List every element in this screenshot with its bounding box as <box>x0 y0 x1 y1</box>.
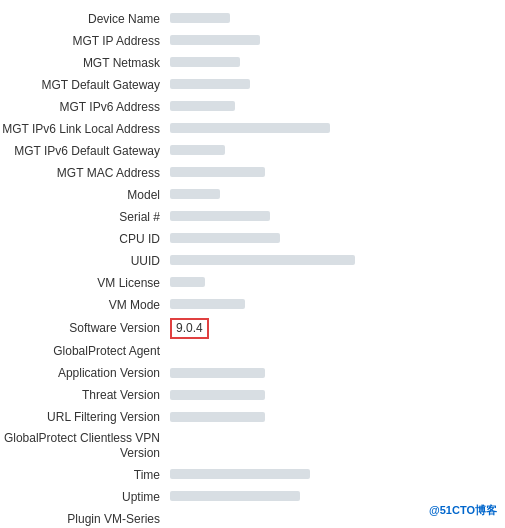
row-value <box>170 188 505 202</box>
placeholder-value <box>170 167 265 177</box>
table-row: UUID <box>0 250 505 272</box>
row-value <box>170 122 505 136</box>
table-row: Device Name <box>0 8 505 30</box>
table-row: Software Version9.0.4 <box>0 316 505 341</box>
placeholder-value <box>170 57 240 67</box>
row-label: MGT IP Address <box>0 33 170 50</box>
row-label: VM Mode <box>0 297 170 314</box>
row-label: UUID <box>0 253 170 270</box>
table-row: GlobalProtect Agent <box>0 341 505 363</box>
table-row: MGT MAC Address <box>0 162 505 184</box>
table-row: VM License <box>0 272 505 294</box>
row-value <box>170 411 505 425</box>
table-row: Model <box>0 184 505 206</box>
row-label: Model <box>0 187 170 204</box>
placeholder-value <box>170 35 260 45</box>
table-row: GlobalProtect Clientless VPNVersion <box>0 429 505 464</box>
row-label: MGT IPv6 Address <box>0 99 170 116</box>
row-label: MGT MAC Address <box>0 165 170 182</box>
row-value: 9.0.4 <box>170 318 505 339</box>
placeholder-value <box>170 299 245 309</box>
placeholder-value <box>170 390 265 400</box>
row-label: MGT IPv6 Link Local Address <box>0 121 170 138</box>
table-row: Time <box>0 464 505 486</box>
row-value <box>170 276 505 290</box>
row-value <box>170 56 505 70</box>
placeholder-value <box>170 233 280 243</box>
row-label: Device Name <box>0 11 170 28</box>
table-row: Application Version <box>0 363 505 385</box>
table-row: Serial # <box>0 206 505 228</box>
row-label: Software Version <box>0 320 170 337</box>
placeholder-value <box>170 277 205 287</box>
placeholder-value <box>170 368 265 378</box>
row-label: Threat Version <box>0 387 170 404</box>
placeholder-value <box>170 211 270 221</box>
table-row: VM Mode <box>0 294 505 316</box>
row-label: Uptime <box>0 489 170 506</box>
row-value <box>170 254 505 268</box>
row-value <box>170 12 505 26</box>
highlighted-value: 9.0.4 <box>170 318 209 339</box>
row-value <box>170 100 505 114</box>
row-label: MGT Default Gateway <box>0 77 170 94</box>
table-row: URL Filtering Version <box>0 407 505 429</box>
row-label: MGT Netmask <box>0 55 170 72</box>
placeholder-value <box>170 189 220 199</box>
row-value <box>170 298 505 312</box>
row-value <box>170 78 505 92</box>
placeholder-value <box>170 13 230 23</box>
table-row: CPU ID <box>0 228 505 250</box>
row-value <box>170 232 505 246</box>
row-value <box>170 389 505 403</box>
row-label: GlobalProtect Agent <box>0 343 170 360</box>
row-label: MGT IPv6 Default Gateway <box>0 143 170 160</box>
row-label: Plugin VM-Series <box>0 511 170 528</box>
info-table: Device NameMGT IP AddressMGT NetmaskMGT … <box>0 0 505 528</box>
row-value <box>170 166 505 180</box>
table-row: MGT IPv6 Link Local Address <box>0 118 505 140</box>
placeholder-value <box>170 255 355 265</box>
row-value <box>170 210 505 224</box>
row-label: Serial # <box>0 209 170 226</box>
row-value <box>170 490 505 504</box>
placeholder-value <box>170 79 250 89</box>
table-row: Threat Version <box>0 385 505 407</box>
table-row: MGT IPv6 Address <box>0 96 505 118</box>
row-value <box>170 144 505 158</box>
placeholder-value <box>170 123 330 133</box>
table-row: MGT Netmask <box>0 52 505 74</box>
row-value <box>170 468 505 482</box>
placeholder-value <box>170 101 235 111</box>
row-label: Time <box>0 467 170 484</box>
row-label: VM License <box>0 275 170 292</box>
placeholder-value <box>170 412 265 422</box>
table-row: MGT IP Address <box>0 30 505 52</box>
row-label: URL Filtering Version <box>0 409 170 426</box>
table-row: MGT Default Gateway <box>0 74 505 96</box>
row-label: CPU ID <box>0 231 170 248</box>
table-row: MGT IPv6 Default Gateway <box>0 140 505 162</box>
placeholder-value <box>170 491 300 501</box>
watermark: @51CTO博客 <box>429 503 497 518</box>
row-value <box>170 367 505 381</box>
placeholder-value <box>170 469 310 479</box>
row-label: GlobalProtect Clientless VPNVersion <box>0 431 170 462</box>
placeholder-value <box>170 145 225 155</box>
row-label: Application Version <box>0 365 170 382</box>
row-value <box>170 34 505 48</box>
